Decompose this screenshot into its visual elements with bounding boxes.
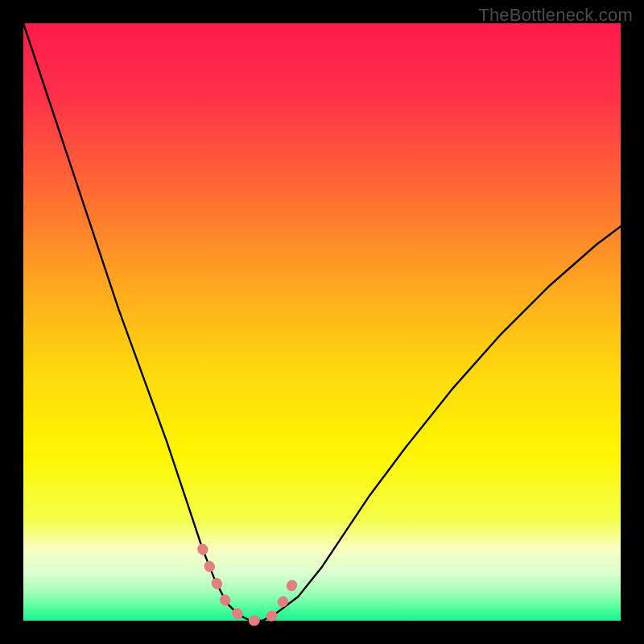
- plot-background: [23, 23, 621, 621]
- watermark-text: TheBottleneck.com: [478, 5, 633, 26]
- chart-root: TheBottleneck.com: [0, 0, 644, 644]
- bottleneck-chart: [0, 0, 644, 644]
